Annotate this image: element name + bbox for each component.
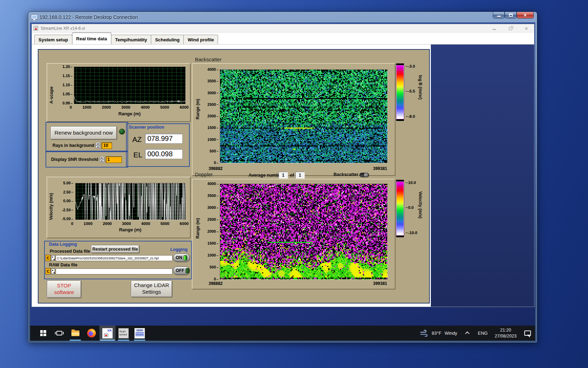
tick-label: 2000 (208, 114, 218, 118)
tick-label: 500 (210, 149, 218, 153)
start-button[interactable] (35, 326, 51, 341)
el-value-display: 000.098 (145, 149, 183, 159)
app-content: A-scope 1.201.151.101.050.99 01000200030… (32, 45, 534, 307)
tick-label: 6000 (180, 222, 189, 226)
weather-condition[interactable]: Windy (444, 330, 457, 336)
spinner-up-icon[interactable] (96, 142, 100, 146)
tab-temp-humidity[interactable]: Temp/humidity (111, 35, 151, 44)
firefox-icon (87, 329, 96, 338)
streamline-xr-taskbar-button[interactable]: XR (99, 326, 115, 341)
rays-spinner[interactable] (96, 142, 100, 149)
doppler-x-start: 398882 (209, 281, 223, 286)
snr-spinner[interactable] (100, 156, 104, 163)
panel-background-area (431, 45, 534, 307)
tick-label: 2000 (208, 229, 218, 233)
tick-label: 1.05 (63, 92, 72, 96)
streamline-xr-icon: XR (102, 328, 113, 339)
tab-real-time-data[interactable]: Real time data (72, 33, 111, 44)
desktop: { "rdp_title": "192.168.0.122 - Remote D… (0, 0, 588, 368)
rdp-window: 192.168.0.122 - Remote Desktop Connectio… (28, 12, 537, 343)
app-titlebar[interactable]: StreamLine XR v14-6.vi ✕ (32, 24, 534, 33)
renew-background-led (119, 129, 125, 135)
tick-label: -5.00 (62, 217, 73, 221)
of-label: of (290, 173, 294, 178)
processed-logging-on-button[interactable]: ON (173, 253, 190, 262)
velocity-x-axis-label: Range (m) (75, 227, 185, 232)
el-label: EL (133, 151, 142, 159)
change-label-line2: Settings (142, 289, 161, 295)
colorbar-tick-max: -3.0 (406, 64, 415, 68)
doppler-colorbar-label: Velocity (m/s) (418, 191, 423, 218)
firefox-button[interactable] (83, 326, 99, 341)
close-icon: ✕ (525, 26, 528, 31)
colorbar-tick-min: -10.0 (406, 231, 417, 235)
tick-label: 0 (70, 105, 72, 109)
file-explorer-button[interactable] (67, 326, 83, 341)
velocity-plot (75, 183, 186, 220)
doppler-title: Doppler (195, 172, 213, 177)
scansched-text2: sched (119, 333, 127, 336)
average-count-field[interactable]: 1 (295, 172, 304, 178)
average-number-label: Average number (248, 173, 283, 178)
rdp-titlebar[interactable]: 192.168.0.122 - Remote Desktop Connectio… (28, 12, 537, 22)
rdp-minimize-button[interactable] (493, 12, 505, 19)
tab-system-setup[interactable]: System setup (34, 35, 72, 44)
average-number-field[interactable]: 1 (279, 172, 288, 178)
backscatter-colorbar-label: log B (/m/sr) (418, 75, 423, 100)
backscatter-toggle[interactable] (359, 173, 369, 177)
renew-background-button[interactable]: Renew background now (50, 126, 117, 139)
tick-label: 4000 (208, 67, 218, 71)
snr-threshold-field[interactable]: 1 (106, 156, 122, 163)
tick-label: 1.20 (63, 64, 72, 69)
maximize-icon (509, 14, 513, 17)
colorbar-tick-mid: -5.5 (406, 89, 415, 93)
snr-threshold-box: Display SNR threshold 1 (46, 151, 128, 168)
vi-app-icon (34, 26, 38, 30)
spinner-down-icon[interactable] (96, 146, 100, 149)
language-indicator[interactable]: ENG (478, 330, 488, 336)
rdp-maximize-button[interactable] (505, 12, 517, 19)
tick-label: 2500 (208, 217, 218, 222)
weather-temperature[interactable]: 83°F (432, 330, 442, 336)
colorbar-tick-max: 10.0 (406, 180, 416, 185)
rdp-close-button[interactable]: ✕ (517, 12, 534, 19)
app-minimize-button[interactable] (491, 26, 497, 31)
rays-in-background-field[interactable]: 10 (102, 142, 112, 149)
scan-scheduler-taskbar-button[interactable]: Scansched (115, 326, 132, 341)
raw-drive-box[interactable]: C (46, 268, 51, 274)
backscatter-title: Backscatter (195, 57, 222, 62)
velocity-x-ticks: 0100020003000400050006000 (71, 222, 189, 226)
doppler-heatmap (220, 184, 388, 280)
raw-path-browse-icon[interactable] (51, 268, 55, 274)
spinner-down-icon[interactable] (100, 160, 104, 163)
processed-drive-box[interactable]: C (46, 255, 51, 261)
raw-path-field[interactable] (56, 268, 173, 274)
action-center-icon[interactable] (524, 330, 531, 336)
task-view-button[interactable] (51, 326, 67, 341)
backscatter-colorbar: -3.0 -5.5 -8.0 (396, 65, 405, 119)
processed-path-browse-icon[interactable] (51, 255, 55, 261)
tick-label: 5.00 (63, 181, 73, 185)
taskbar-clock[interactable]: 21:20 27/08/2023 (495, 327, 517, 339)
geek-app-taskbar-button[interactable]: GEEK (132, 326, 148, 341)
change-lidar-settings-button[interactable]: Change LiDAR Settings (131, 280, 172, 297)
raw-logging-off-button[interactable]: OFF (173, 266, 190, 275)
change-label-line1: Change LiDAR (134, 282, 169, 289)
processed-path-field[interactable]: C:\Lidar\Data\Proc\2023\202308\20230827\… (56, 255, 173, 261)
wind-icon[interactable] (420, 330, 429, 337)
colorbar-tick-min: -8.0 (406, 114, 415, 118)
spinner-up-icon[interactable] (100, 156, 104, 160)
app-restore-button[interactable] (507, 26, 513, 31)
restart-processed-file-button[interactable]: Restart processed file (91, 245, 139, 253)
velocity-graph-frame: Velocity (m/s) 5.002.500.00-2.50-5.00 01… (47, 177, 191, 238)
tab-scheduling[interactable]: Scheduling (151, 35, 184, 44)
stop-software-button[interactable]: STOP software (47, 280, 81, 298)
restore-icon (509, 27, 512, 30)
show-hidden-icons-chevron[interactable] (465, 332, 470, 336)
tick-label: 5000 (160, 105, 169, 109)
colorbar-gradient (396, 182, 404, 236)
app-close-button[interactable]: ✕ (524, 26, 529, 31)
tick-label: 1000 (208, 253, 218, 257)
tab-wind-profile[interactable]: Wind profile (183, 35, 218, 44)
ascope-plot (74, 67, 186, 104)
